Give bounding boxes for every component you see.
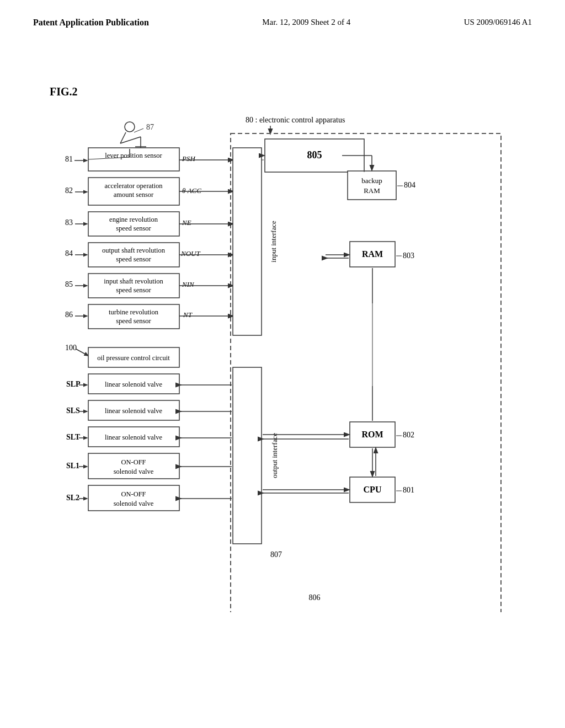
svg-text:RAM: RAM — [362, 249, 383, 259]
svg-rect-17 — [88, 243, 179, 267]
figure-label: FIG.2 — [50, 85, 78, 98]
svg-text:807: 807 — [270, 550, 282, 559]
svg-text:100: 100 — [65, 344, 77, 352]
svg-text:NT: NT — [183, 311, 193, 319]
svg-text:turbine revolution: turbine revolution — [109, 308, 159, 316]
svg-text:NOUT: NOUT — [180, 249, 200, 258]
svg-rect-11 — [88, 178, 179, 205]
svg-point-2 — [125, 122, 135, 132]
svg-rect-52 — [233, 148, 262, 335]
svg-rect-74 — [88, 347, 179, 367]
svg-text:PSH: PSH — [182, 154, 195, 163]
svg-text:84: 84 — [65, 249, 73, 258]
diagram-svg: 87 lever position sensor accelerator ope… — [33, 116, 530, 612]
svg-text:ON-OFF: ON-OFF — [121, 458, 146, 466]
svg-text:speed sensor: speed sensor — [116, 286, 151, 294]
svg-rect-23 — [88, 304, 179, 329]
svg-text:ON-OFF: ON-OFF — [121, 490, 146, 498]
svg-text:81: 81 — [65, 155, 73, 163]
eca-label: 80 : electronic control apparatus — [246, 116, 345, 125]
svg-rect-105 — [350, 422, 395, 447]
svg-text:87: 87 — [146, 123, 154, 131]
svg-text:806: 806 — [309, 593, 321, 602]
header-publication: Patent Application Publication — [33, 18, 149, 28]
svg-line-73 — [76, 349, 88, 356]
svg-text:input interface: input interface — [269, 221, 278, 263]
svg-text:802: 802 — [403, 431, 414, 439]
svg-text:speed sensor: speed sensor — [116, 317, 151, 325]
svg-text:θ ACC: θ ACC — [182, 186, 201, 195]
svg-text:SL1: SL1 — [66, 462, 79, 470]
svg-rect-14 — [88, 212, 179, 236]
svg-text:SL2: SL2 — [66, 494, 79, 502]
svg-text:accelerator operation: accelerator operation — [104, 182, 163, 190]
diagram: 80 : electronic control apparatus 87 lev… — [33, 116, 530, 656]
svg-text:85: 85 — [65, 280, 73, 288]
svg-text:speed sensor: speed sensor — [116, 224, 151, 232]
svg-line-3 — [120, 132, 126, 143]
svg-line-8 — [134, 129, 143, 132]
svg-rect-80 — [88, 400, 179, 420]
svg-text:82: 82 — [65, 186, 73, 195]
svg-text:engine revolution: engine revolution — [109, 216, 158, 223]
svg-text:output interface: output interface — [270, 433, 279, 478]
svg-rect-98 — [233, 367, 262, 544]
svg-text:83: 83 — [65, 218, 73, 227]
svg-text:amount sensor: amount sensor — [114, 191, 154, 199]
svg-rect-93 — [88, 485, 179, 511]
svg-text:ROM: ROM — [361, 430, 383, 439]
svg-text:CPU: CPU — [364, 485, 382, 494]
svg-rect-88 — [88, 453, 179, 479]
svg-text:SLP: SLP — [66, 380, 81, 388]
svg-rect-111 — [350, 477, 395, 502]
svg-rect-84 — [88, 427, 179, 447]
svg-text:backup: backup — [361, 176, 382, 185]
svg-rect-76 — [88, 374, 179, 394]
svg-text:SLT: SLT — [66, 433, 81, 441]
svg-text:803: 803 — [403, 251, 414, 260]
svg-text:801: 801 — [403, 486, 414, 494]
svg-text:solenoid valve: solenoid valve — [114, 468, 154, 475]
svg-text:NE: NE — [182, 218, 191, 227]
svg-text:oil pressure control circuit: oil pressure control circuit — [97, 354, 170, 362]
svg-line-125 — [88, 157, 130, 159]
svg-text:86: 86 — [65, 311, 73, 319]
svg-rect-20 — [88, 274, 179, 298]
svg-text:output shaft revolution: output shaft revolution — [102, 247, 166, 254]
svg-text:804: 804 — [404, 181, 415, 189]
svg-text:SLS: SLS — [66, 406, 80, 415]
svg-rect-57 — [348, 171, 396, 200]
svg-rect-9 — [88, 148, 179, 171]
svg-text:solenoid valve: solenoid valve — [114, 500, 154, 507]
svg-text:RAM: RAM — [364, 186, 380, 195]
svg-text:speed sensor: speed sensor — [116, 255, 151, 263]
svg-text:lever position sensor: lever position sensor — [105, 152, 162, 159]
svg-text:805: 805 — [307, 149, 322, 160]
svg-text:linear solenoid valve: linear solenoid valve — [105, 407, 163, 415]
svg-text:linear solenoid valve: linear solenoid valve — [105, 433, 163, 441]
svg-text:NIN: NIN — [182, 280, 195, 288]
svg-text:input shaft revolution: input shaft revolution — [104, 277, 163, 285]
svg-line-4 — [120, 137, 141, 143]
svg-rect-1 — [231, 133, 501, 612]
svg-rect-66 — [350, 242, 395, 267]
header-patent: US 2009/069146 A1 — [464, 18, 532, 27]
svg-rect-54 — [265, 139, 364, 172]
svg-text:linear solenoid valve: linear solenoid valve — [105, 381, 163, 388]
header-date: Mar. 12, 2009 Sheet 2 of 4 — [262, 18, 350, 27]
